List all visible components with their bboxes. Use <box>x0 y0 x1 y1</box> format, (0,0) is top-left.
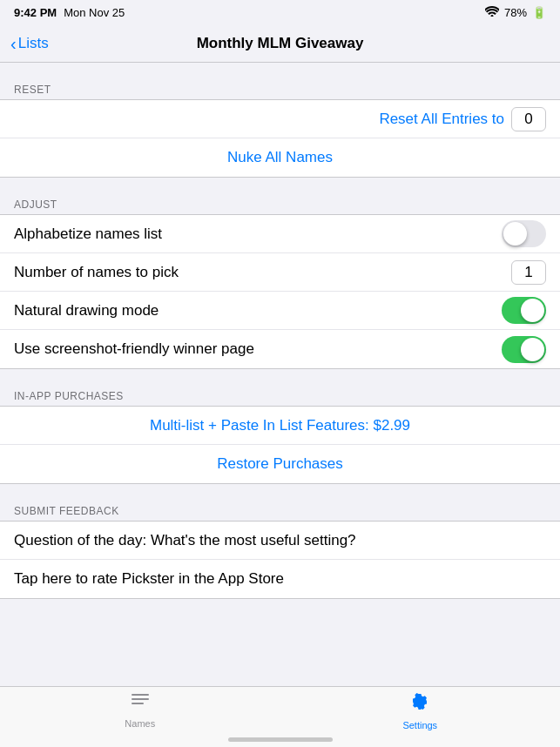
spacer-adjust-top <box>0 178 560 192</box>
content-area: RESET Reset All Entries to Nuke All Name… <box>0 63 560 686</box>
section-header-feedback: SUBMIT FEEDBACK <box>0 498 560 521</box>
section-header-iap: IN-APP PURCHASES <box>0 383 560 406</box>
screenshot-friendly-label: Use screenshot-friendly winner page <box>14 340 254 358</box>
bottom-spacer <box>0 599 560 616</box>
reset-entries-label: Reset All Entries to <box>379 111 504 128</box>
svg-rect-2 <box>132 703 144 704</box>
restore-purchases-label: Restore Purchases <box>14 455 546 473</box>
status-icons: 78% 🔋 <box>485 6 546 19</box>
natural-drawing-toggle[interactable] <box>502 297 546 324</box>
reset-entries-row: Reset All Entries to <box>0 100 560 138</box>
names-tab-label: Names <box>125 718 155 729</box>
natural-drawing-label: Natural drawing mode <box>14 302 159 320</box>
alphabetize-toggle-thumb <box>503 222 527 246</box>
screenshot-friendly-toggle[interactable] <box>502 336 546 363</box>
chevron-left-icon: ‹ <box>10 35 17 52</box>
section-reset: RESET Reset All Entries to Nuke All Name… <box>0 77 560 178</box>
multilist-label: Multi-list + Paste In List Features: $2.… <box>14 417 546 434</box>
question-of-day-cell[interactable]: Question of the day: What's the most use… <box>0 522 560 560</box>
section-body-reset: Reset All Entries to Nuke All Names <box>0 99 560 178</box>
spacer-feedback-top <box>0 484 560 498</box>
spacer-reset-top <box>0 63 560 77</box>
reset-entries-input[interactable] <box>511 107 546 131</box>
num-names-input[interactable] <box>511 260 546 285</box>
wifi-icon <box>485 6 499 19</box>
settings-tab-label: Settings <box>402 720 437 730</box>
rate-app-label: Tap here to rate Pickster in the App Sto… <box>14 570 284 588</box>
battery-icon: 🔋 <box>532 6 546 19</box>
settings-tab-icon <box>409 692 430 718</box>
status-date: Mon Nov 25 <box>64 6 125 19</box>
section-body-feedback: Question of the day: What's the most use… <box>0 521 560 599</box>
section-header-reset: RESET <box>0 77 560 99</box>
natural-drawing-toggle-thumb <box>521 299 544 322</box>
back-button[interactable]: ‹ Lists <box>10 35 49 52</box>
status-time: 9:42 PM <box>14 6 57 19</box>
alphabetize-label: Alphabetize names list <box>14 225 162 243</box>
num-names-label: Number of names to pick <box>14 264 179 281</box>
back-label: Lists <box>18 35 49 52</box>
names-tab-icon <box>130 692 151 717</box>
home-indicator <box>228 737 333 742</box>
nav-bar: ‹ Lists Monthly MLM Giveaway <box>0 24 560 63</box>
tab-bar: Names Settings <box>0 686 560 747</box>
page-title: Monthly MLM Giveaway <box>197 35 364 52</box>
question-of-day-label: Question of the day: What's the most use… <box>14 532 356 549</box>
nuke-all-names-cell[interactable]: Nuke All Names <box>0 138 560 177</box>
battery-percentage: 78% <box>504 6 527 19</box>
spacer-iap-top <box>0 369 560 383</box>
section-body-adjust: Alphabetize names list Number of names t… <box>0 214 560 369</box>
status-bar: 9:42 PM Mon Nov 25 78% 🔋 <box>0 0 560 24</box>
section-feedback: SUBMIT FEEDBACK Question of the day: Wha… <box>0 498 560 599</box>
multilist-cell[interactable]: Multi-list + Paste In List Features: $2.… <box>0 407 560 445</box>
section-iap: IN-APP PURCHASES Multi-list + Paste In L… <box>0 383 560 484</box>
natural-drawing-cell: Natural drawing mode <box>0 292 560 330</box>
screenshot-friendly-toggle-thumb <box>521 338 544 361</box>
num-names-cell: Number of names to pick <box>0 253 560 292</box>
alphabetize-cell: Alphabetize names list <box>0 215 560 253</box>
screenshot-friendly-cell: Use screenshot-friendly winner page <box>0 330 560 368</box>
tab-settings[interactable]: Settings <box>280 692 561 730</box>
alphabetize-toggle[interactable] <box>502 220 546 247</box>
section-adjust: ADJUST Alphabetize names list Number of … <box>0 192 560 369</box>
svg-rect-0 <box>132 694 149 696</box>
section-body-iap: Multi-list + Paste In List Features: $2.… <box>0 406 560 484</box>
section-header-adjust: ADJUST <box>0 192 560 214</box>
restore-purchases-cell[interactable]: Restore Purchases <box>0 445 560 483</box>
rate-app-cell[interactable]: Tap here to rate Pickster in the App Sto… <box>0 560 560 598</box>
nuke-all-names-label: Nuke All Names <box>14 149 546 166</box>
svg-rect-1 <box>132 698 149 700</box>
tab-names[interactable]: Names <box>0 692 280 729</box>
